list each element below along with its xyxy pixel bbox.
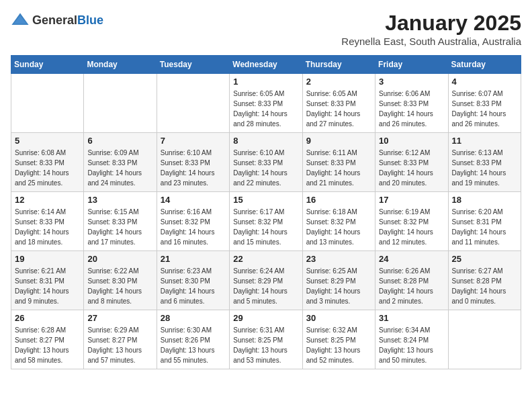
day-number: 6 (87, 136, 152, 146)
day-number: 9 (306, 136, 371, 146)
calendar-cell: 3Sunrise: 6:06 AM Sunset: 8:33 PM Daylig… (375, 74, 448, 133)
col-thursday: Thursday (302, 56, 375, 74)
day-number: 20 (87, 254, 152, 264)
month-title: January 2025 (341, 11, 521, 36)
day-info: Sunrise: 6:32 AM Sunset: 8:25 PM Dayligh… (306, 325, 371, 365)
calendar-cell: 12Sunrise: 6:14 AM Sunset: 8:33 PM Dayli… (11, 192, 84, 251)
day-number: 3 (379, 77, 444, 87)
day-number: 18 (452, 195, 517, 205)
calendar-header: Sunday Monday Tuesday Wednesday Thursday… (11, 56, 521, 74)
calendar-table: Sunday Monday Tuesday Wednesday Thursday… (11, 55, 521, 369)
day-number: 17 (379, 195, 444, 205)
calendar-cell: 4Sunrise: 6:07 AM Sunset: 8:33 PM Daylig… (448, 74, 521, 133)
day-info: Sunrise: 6:07 AM Sunset: 8:33 PM Dayligh… (452, 89, 517, 129)
day-info: Sunrise: 6:26 AM Sunset: 8:28 PM Dayligh… (379, 266, 444, 306)
day-number: 4 (452, 77, 517, 87)
calendar-cell: 27Sunrise: 6:29 AM Sunset: 8:27 PM Dayli… (84, 310, 157, 369)
day-number: 23 (306, 254, 371, 264)
day-info: Sunrise: 6:13 AM Sunset: 8:33 PM Dayligh… (452, 148, 517, 188)
logo-text: GeneralBlue (32, 13, 103, 28)
col-sunday: Sunday (11, 56, 84, 74)
day-number: 24 (379, 254, 444, 264)
page-header: GeneralBlue January 2025 Reynella East, … (11, 11, 521, 47)
logo: GeneralBlue (11, 11, 103, 30)
day-info: Sunrise: 6:15 AM Sunset: 8:33 PM Dayligh… (87, 207, 152, 247)
calendar-cell (157, 74, 229, 133)
calendar-body: 1Sunrise: 6:05 AM Sunset: 8:33 PM Daylig… (11, 74, 521, 369)
calendar-week-row: 5Sunrise: 6:08 AM Sunset: 8:33 PM Daylig… (11, 133, 521, 192)
day-number: 11 (452, 136, 517, 146)
day-info: Sunrise: 6:21 AM Sunset: 8:31 PM Dayligh… (15, 266, 80, 306)
day-info: Sunrise: 6:34 AM Sunset: 8:24 PM Dayligh… (379, 325, 444, 365)
calendar-cell: 5Sunrise: 6:08 AM Sunset: 8:33 PM Daylig… (11, 133, 84, 192)
day-info: Sunrise: 6:29 AM Sunset: 8:27 PM Dayligh… (87, 325, 152, 365)
day-info: Sunrise: 6:22 AM Sunset: 8:30 PM Dayligh… (87, 266, 152, 306)
calendar-cell: 30Sunrise: 6:32 AM Sunset: 8:25 PM Dayli… (302, 310, 375, 369)
calendar-cell: 7Sunrise: 6:10 AM Sunset: 8:33 PM Daylig… (157, 133, 229, 192)
day-number: 25 (452, 254, 517, 264)
calendar-week-row: 26Sunrise: 6:28 AM Sunset: 8:27 PM Dayli… (11, 310, 521, 369)
day-number: 13 (87, 195, 152, 205)
calendar-cell (448, 310, 521, 369)
day-number: 16 (306, 195, 371, 205)
day-info: Sunrise: 6:17 AM Sunset: 8:32 PM Dayligh… (233, 207, 298, 247)
day-number: 15 (233, 195, 298, 205)
day-number: 28 (161, 313, 226, 323)
calendar-cell: 18Sunrise: 6:20 AM Sunset: 8:31 PM Dayli… (448, 192, 521, 251)
calendar-cell (11, 74, 84, 133)
calendar-cell: 13Sunrise: 6:15 AM Sunset: 8:33 PM Dayli… (84, 192, 157, 251)
header-row: Sunday Monday Tuesday Wednesday Thursday… (11, 56, 521, 74)
col-friday: Friday (375, 56, 448, 74)
calendar-cell: 26Sunrise: 6:28 AM Sunset: 8:27 PM Dayli… (11, 310, 84, 369)
day-number: 29 (233, 313, 298, 323)
day-number: 22 (233, 254, 298, 264)
day-number: 30 (306, 313, 371, 323)
day-info: Sunrise: 6:05 AM Sunset: 8:33 PM Dayligh… (306, 89, 371, 129)
day-number: 14 (161, 195, 226, 205)
day-number: 7 (161, 136, 226, 146)
day-info: Sunrise: 6:20 AM Sunset: 8:31 PM Dayligh… (452, 207, 517, 247)
calendar-cell: 14Sunrise: 6:16 AM Sunset: 8:32 PM Dayli… (157, 192, 229, 251)
calendar-cell: 8Sunrise: 6:10 AM Sunset: 8:33 PM Daylig… (230, 133, 302, 192)
calendar-week-row: 19Sunrise: 6:21 AM Sunset: 8:31 PM Dayli… (11, 251, 521, 310)
calendar-cell: 11Sunrise: 6:13 AM Sunset: 8:33 PM Dayli… (448, 133, 521, 192)
day-info: Sunrise: 6:08 AM Sunset: 8:33 PM Dayligh… (15, 148, 80, 188)
day-info: Sunrise: 6:25 AM Sunset: 8:29 PM Dayligh… (306, 266, 371, 306)
day-number: 1 (233, 77, 298, 87)
calendar-cell: 15Sunrise: 6:17 AM Sunset: 8:32 PM Dayli… (230, 192, 302, 251)
col-saturday: Saturday (448, 56, 521, 74)
day-info: Sunrise: 6:19 AM Sunset: 8:32 PM Dayligh… (379, 207, 444, 247)
day-info: Sunrise: 6:12 AM Sunset: 8:33 PM Dayligh… (379, 148, 444, 188)
day-info: Sunrise: 6:11 AM Sunset: 8:33 PM Dayligh… (306, 148, 371, 188)
calendar-cell: 16Sunrise: 6:18 AM Sunset: 8:32 PM Dayli… (302, 192, 375, 251)
day-number: 21 (161, 254, 226, 264)
day-number: 19 (15, 254, 80, 264)
calendar-cell: 6Sunrise: 6:09 AM Sunset: 8:33 PM Daylig… (84, 133, 157, 192)
calendar-cell: 9Sunrise: 6:11 AM Sunset: 8:33 PM Daylig… (302, 133, 375, 192)
calendar-cell: 22Sunrise: 6:24 AM Sunset: 8:29 PM Dayli… (230, 251, 302, 310)
calendar-cell: 31Sunrise: 6:34 AM Sunset: 8:24 PM Dayli… (375, 310, 448, 369)
day-number: 5 (15, 136, 80, 146)
logo-general: General (32, 13, 77, 27)
day-info: Sunrise: 6:10 AM Sunset: 8:33 PM Dayligh… (233, 148, 298, 188)
day-info: Sunrise: 6:27 AM Sunset: 8:28 PM Dayligh… (452, 266, 517, 306)
calendar-cell: 1Sunrise: 6:05 AM Sunset: 8:33 PM Daylig… (230, 74, 302, 133)
day-number: 8 (233, 136, 298, 146)
day-number: 31 (379, 313, 444, 323)
day-number: 27 (87, 313, 152, 323)
calendar-week-row: 12Sunrise: 6:14 AM Sunset: 8:33 PM Dayli… (11, 192, 521, 251)
day-info: Sunrise: 6:24 AM Sunset: 8:29 PM Dayligh… (233, 266, 298, 306)
day-info: Sunrise: 6:16 AM Sunset: 8:32 PM Dayligh… (161, 207, 226, 247)
calendar-cell: 25Sunrise: 6:27 AM Sunset: 8:28 PM Dayli… (448, 251, 521, 310)
calendar-week-row: 1Sunrise: 6:05 AM Sunset: 8:33 PM Daylig… (11, 74, 521, 133)
day-info: Sunrise: 6:28 AM Sunset: 8:27 PM Dayligh… (15, 325, 80, 365)
day-number: 10 (379, 136, 444, 146)
calendar-cell (84, 74, 157, 133)
day-info: Sunrise: 6:09 AM Sunset: 8:33 PM Dayligh… (87, 148, 152, 188)
calendar-cell: 17Sunrise: 6:19 AM Sunset: 8:32 PM Dayli… (375, 192, 448, 251)
day-info: Sunrise: 6:10 AM Sunset: 8:33 PM Dayligh… (161, 148, 226, 188)
day-info: Sunrise: 6:05 AM Sunset: 8:33 PM Dayligh… (233, 89, 298, 129)
day-info: Sunrise: 6:14 AM Sunset: 8:33 PM Dayligh… (15, 207, 80, 247)
day-info: Sunrise: 6:18 AM Sunset: 8:32 PM Dayligh… (306, 207, 371, 247)
calendar-cell: 21Sunrise: 6:23 AM Sunset: 8:30 PM Dayli… (157, 251, 229, 310)
